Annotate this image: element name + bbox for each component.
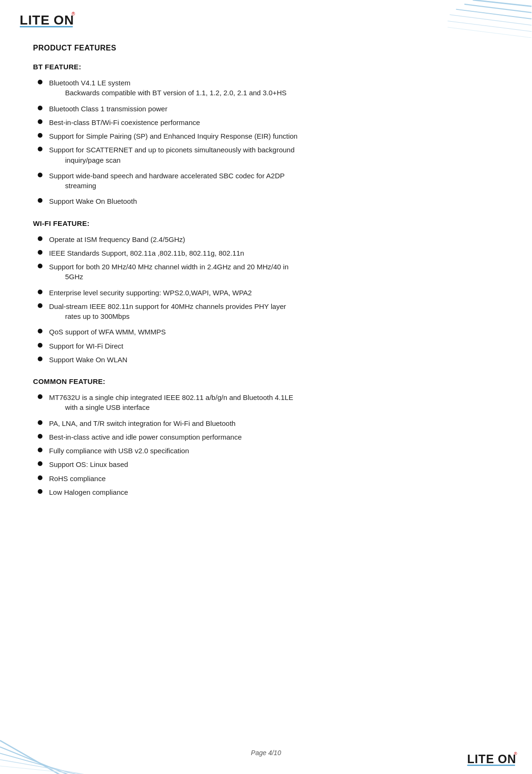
item-text: Fully compliance with USB v2.0 specifica… <box>49 445 499 456</box>
bullet-icon <box>38 329 42 333</box>
svg-text:LITE: LITE <box>467 752 495 766</box>
bullet-icon <box>38 394 42 399</box>
list-item: Support Wake On WLAN <box>33 354 499 365</box>
item-text: IEEE Standards Support, 802.11a ,802.11b… <box>49 248 499 258</box>
item-subtext: with a single USB interface <box>65 402 499 413</box>
item-subtext: streaming <box>65 180 499 191</box>
bullet-icon <box>38 173 42 177</box>
bullet-icon <box>38 106 42 110</box>
item-subtext: rates up to 300Mbps <box>65 311 499 322</box>
svg-text:®: ® <box>514 751 517 756</box>
header-decoration <box>447 0 532 38</box>
list-item: Operate at ISM frequency Band (2.4/5GHz) <box>33 234 499 245</box>
list-item: Low Halogen compliance <box>33 487 499 498</box>
footer: Page 4/10 LITE ON ® <box>0 732 532 774</box>
item-text: Best-in-class active and idle power cons… <box>49 432 499 442</box>
bullet-icon <box>38 198 42 203</box>
item-text: PA, LNA, and T/R switch integration for … <box>49 418 499 429</box>
common-feature-title: Common Feature: <box>33 377 499 385</box>
item-text: Enterprise level security supporting: WP… <box>49 287 499 298</box>
list-item: Support wide-band speech and hardware ac… <box>33 170 499 193</box>
item-text: Bluetooth V4.1 LE system <box>49 79 131 87</box>
svg-line-9 <box>448 27 532 38</box>
bullet-icon <box>38 448 42 452</box>
item-text: Support for WI-Fi Direct <box>49 341 499 351</box>
item-text: Operate at ISM frequency Band (2.4/5GHz) <box>49 234 499 245</box>
item-text: Bluetooth Class 1 transmission power <box>49 103 499 114</box>
bullet-icon <box>38 133 42 138</box>
list-item: Best-in-class active and idle power cons… <box>33 432 499 442</box>
footer-logo: LITE ON ® <box>466 749 518 769</box>
bt-feature-title: BT Feature: <box>33 63 499 71</box>
item-subtext: 5GHz <box>65 271 499 282</box>
list-item: Support for both 20 MHz/40 MHz channel w… <box>33 261 499 284</box>
list-item: QoS support of WFA WMM, WMMPS <box>33 326 499 337</box>
svg-text:®: ® <box>72 11 75 17</box>
wifi-feature-section: Wi-Fi Feature: Operate at ISM frequency … <box>33 219 499 366</box>
item-text: Support for SCATTERNET and up to piconet… <box>49 146 295 154</box>
bullet-icon <box>38 303 42 308</box>
header: LITE ON ® <box>0 0 532 34</box>
logo: LITE ON ® <box>19 8 75 30</box>
item-subtext: Backwards compatible with BT version of … <box>65 87 499 98</box>
bullet-icon <box>38 290 42 294</box>
item-subtext: inquiry/page scan <box>65 155 499 166</box>
svg-rect-18 <box>467 765 515 766</box>
wifi-feature-title: Wi-Fi Feature: <box>33 219 499 227</box>
page-title: Product Features <box>33 44 499 52</box>
bullet-icon <box>38 475 42 480</box>
bullet-icon <box>38 250 42 255</box>
item-text: QoS support of WFA WMM, WMMPS <box>49 326 499 337</box>
item-text: Best-in-class BT/Wi-Fi coexistence perfo… <box>49 117 499 128</box>
svg-text:LITE: LITE <box>20 13 50 27</box>
bullet-icon <box>38 236 42 241</box>
list-item: Support Wake On Bluetooth <box>33 196 499 207</box>
list-item: Fully compliance with USB v2.0 specifica… <box>33 445 499 456</box>
bullet-icon <box>38 119 42 124</box>
svg-line-8 <box>448 21 532 31</box>
wifi-feature-list: Operate at ISM frequency Band (2.4/5GHz)… <box>33 234 499 366</box>
bullet-icon <box>38 80 42 84</box>
bullet-icon <box>38 434 42 439</box>
svg-line-4 <box>473 0 531 6</box>
item-text: Support for both 20 MHz/40 MHz channel w… <box>49 263 289 271</box>
footer-decoration-left <box>0 736 85 774</box>
svg-line-7 <box>450 15 532 25</box>
item-text: MT7632U is a single chip integrated IEEE… <box>49 393 293 401</box>
bullet-icon <box>38 357 42 361</box>
list-item: Best-in-class BT/Wi-Fi coexistence perfo… <box>33 117 499 128</box>
item-text: Support wide-band speech and hardware ac… <box>49 172 284 180</box>
bt-feature-list: Bluetooth V4.1 LE system Backwards compa… <box>33 77 499 207</box>
item-text: Support for Simple Pairing (SP) and Enha… <box>49 131 499 141</box>
svg-text:ON: ON <box>498 752 516 766</box>
list-item: Support for SCATTERNET and up to piconet… <box>33 144 499 167</box>
list-item: MT7632U is a single chip integrated IEEE… <box>33 392 499 415</box>
bt-feature-section: BT Feature: Bluetooth V4.1 LE system Bac… <box>33 63 499 207</box>
bullet-icon <box>38 461 42 466</box>
item-text: RoHS compliance <box>49 473 499 484</box>
bullet-icon <box>38 147 42 151</box>
list-item: RoHS compliance <box>33 473 499 484</box>
list-item: Support for WI-Fi Direct <box>33 341 499 351</box>
common-feature-section: Common Feature: MT7632U is a single chip… <box>33 377 499 498</box>
list-item: IEEE Standards Support, 802.11a ,802.11b… <box>33 248 499 258</box>
svg-rect-3 <box>20 26 73 27</box>
item-text: Support OS: Linux based <box>49 459 499 470</box>
bullet-icon <box>38 343 42 348</box>
list-item: Enterprise level security supporting: WP… <box>33 287 499 298</box>
bullet-icon <box>38 264 42 268</box>
item-text: Support Wake On WLAN <box>49 354 499 365</box>
list-item: Support for Simple Pairing (SP) and Enha… <box>33 131 499 141</box>
svg-line-13 <box>0 760 85 774</box>
common-feature-list: MT7632U is a single chip integrated IEEE… <box>33 392 499 498</box>
list-item: PA, LNA, and T/R switch integration for … <box>33 418 499 429</box>
svg-text:ON: ON <box>54 13 74 27</box>
list-item: Bluetooth Class 1 transmission power <box>33 103 499 114</box>
bullet-icon <box>38 489 42 494</box>
item-text: Support Wake On Bluetooth <box>49 196 499 207</box>
list-item: Support OS: Linux based <box>33 459 499 470</box>
list-item: Dual-stream IEEE 802.11n support for 40M… <box>33 301 499 324</box>
bullet-icon <box>38 420 42 425</box>
page-number: Page 4/10 <box>251 749 281 757</box>
item-text: Low Halogen compliance <box>49 487 499 498</box>
